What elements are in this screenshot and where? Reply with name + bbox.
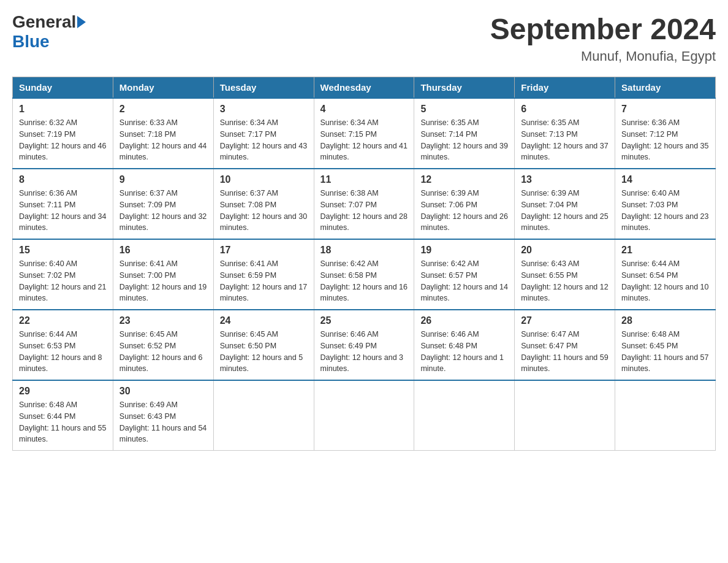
- calendar-day-cell: 8Sunrise: 6:36 AMSunset: 7:11 PMDaylight…: [13, 169, 113, 239]
- calendar-day-cell: 5Sunrise: 6:35 AMSunset: 7:14 PMDaylight…: [414, 98, 515, 169]
- calendar-week-row: 29Sunrise: 6:48 AMSunset: 6:44 PMDayligh…: [13, 380, 716, 451]
- day-number: 30: [119, 386, 207, 397]
- day-number: 14: [621, 174, 709, 185]
- calendar-day-cell: 10Sunrise: 6:37 AMSunset: 7:08 PMDayligh…: [213, 169, 314, 239]
- logo-arrow-icon: [77, 16, 86, 28]
- day-number: 17: [220, 245, 308, 256]
- day-number: 6: [521, 104, 609, 115]
- day-number: 4: [320, 104, 408, 115]
- calendar-subtitle: Munuf, Monufia, Egypt: [490, 48, 716, 64]
- calendar-day-cell: 12Sunrise: 6:39 AMSunset: 7:06 PMDayligh…: [414, 169, 515, 239]
- calendar-day-cell: 24Sunrise: 6:45 AMSunset: 6:50 PMDayligh…: [213, 310, 314, 380]
- day-number: 24: [220, 315, 308, 326]
- day-number: 29: [19, 386, 107, 397]
- weekday-header-row: SundayMondayTuesdayWednesdayThursdayFrid…: [13, 77, 716, 99]
- calendar-week-row: 1Sunrise: 6:32 AMSunset: 7:19 PMDaylight…: [13, 98, 716, 169]
- day-number: 11: [320, 174, 408, 185]
- logo: General Blue: [12, 12, 87, 52]
- day-number: 26: [420, 315, 508, 326]
- day-info: Sunrise: 6:33 AMSunset: 7:18 PMDaylight:…: [119, 117, 207, 163]
- day-number: 25: [320, 315, 408, 326]
- empty-cell: [314, 380, 414, 451]
- calendar-week-row: 8Sunrise: 6:36 AMSunset: 7:11 PMDaylight…: [13, 169, 716, 239]
- day-info: Sunrise: 6:40 AMSunset: 7:03 PMDaylight:…: [621, 188, 709, 234]
- calendar-day-cell: 7Sunrise: 6:36 AMSunset: 7:12 PMDaylight…: [615, 98, 716, 169]
- day-info: Sunrise: 6:39 AMSunset: 7:04 PMDaylight:…: [521, 188, 609, 234]
- day-number: 22: [19, 315, 107, 326]
- calendar-day-cell: 18Sunrise: 6:42 AMSunset: 6:58 PMDayligh…: [314, 239, 414, 310]
- day-info: Sunrise: 6:36 AMSunset: 7:12 PMDaylight:…: [621, 117, 709, 163]
- day-info: Sunrise: 6:35 AMSunset: 7:13 PMDaylight:…: [521, 117, 609, 163]
- calendar-day-cell: 22Sunrise: 6:44 AMSunset: 6:53 PMDayligh…: [13, 310, 113, 380]
- calendar-day-cell: 21Sunrise: 6:44 AMSunset: 6:54 PMDayligh…: [615, 239, 716, 310]
- day-number: 27: [521, 315, 609, 326]
- day-number: 28: [621, 315, 709, 326]
- calendar-day-cell: 26Sunrise: 6:46 AMSunset: 6:48 PMDayligh…: [414, 310, 515, 380]
- day-info: Sunrise: 6:43 AMSunset: 6:55 PMDaylight:…: [521, 258, 609, 304]
- day-number: 2: [119, 104, 207, 115]
- calendar-day-cell: 30Sunrise: 6:49 AMSunset: 6:43 PMDayligh…: [113, 380, 213, 451]
- day-number: 3: [220, 104, 308, 115]
- day-number: 15: [19, 245, 107, 256]
- weekday-header-sunday: Sunday: [13, 77, 113, 99]
- calendar-day-cell: 14Sunrise: 6:40 AMSunset: 7:03 PMDayligh…: [615, 169, 716, 239]
- calendar-title: September 2024: [490, 12, 716, 46]
- day-info: Sunrise: 6:42 AMSunset: 6:57 PMDaylight:…: [420, 258, 508, 304]
- day-number: 12: [420, 174, 508, 185]
- day-info: Sunrise: 6:41 AMSunset: 7:00 PMDaylight:…: [119, 258, 207, 304]
- weekday-header-saturday: Saturday: [615, 77, 716, 99]
- day-number: 7: [621, 104, 709, 115]
- day-number: 20: [521, 245, 609, 256]
- calendar-week-row: 22Sunrise: 6:44 AMSunset: 6:53 PMDayligh…: [13, 310, 716, 380]
- day-number: 1: [19, 104, 107, 115]
- day-info: Sunrise: 6:37 AMSunset: 7:08 PMDaylight:…: [220, 188, 308, 234]
- day-number: 16: [119, 245, 207, 256]
- logo-blue-text: Blue: [12, 32, 50, 52]
- day-number: 18: [320, 245, 408, 256]
- weekday-header-tuesday: Tuesday: [213, 77, 314, 99]
- day-info: Sunrise: 6:47 AMSunset: 6:47 PMDaylight:…: [521, 329, 609, 375]
- day-info: Sunrise: 6:49 AMSunset: 6:43 PMDaylight:…: [119, 399, 207, 445]
- weekday-header-monday: Monday: [113, 77, 213, 99]
- day-info: Sunrise: 6:38 AMSunset: 7:07 PMDaylight:…: [320, 188, 408, 234]
- calendar-day-cell: 9Sunrise: 6:37 AMSunset: 7:09 PMDaylight…: [113, 169, 213, 239]
- calendar-day-cell: 6Sunrise: 6:35 AMSunset: 7:13 PMDaylight…: [515, 98, 615, 169]
- day-info: Sunrise: 6:32 AMSunset: 7:19 PMDaylight:…: [19, 117, 107, 163]
- calendar-day-cell: 17Sunrise: 6:41 AMSunset: 6:59 PMDayligh…: [213, 239, 314, 310]
- day-info: Sunrise: 6:35 AMSunset: 7:14 PMDaylight:…: [420, 117, 508, 163]
- calendar-table: SundayMondayTuesdayWednesdayThursdayFrid…: [12, 77, 716, 451]
- empty-cell: [414, 380, 515, 451]
- logo-general-text: General: [12, 12, 76, 32]
- weekday-header-friday: Friday: [515, 77, 615, 99]
- calendar-day-cell: 20Sunrise: 6:43 AMSunset: 6:55 PMDayligh…: [515, 239, 615, 310]
- day-number: 13: [521, 174, 609, 185]
- calendar-day-cell: 4Sunrise: 6:34 AMSunset: 7:15 PMDaylight…: [314, 98, 414, 169]
- empty-cell: [615, 380, 716, 451]
- weekday-header-thursday: Thursday: [414, 77, 515, 99]
- day-info: Sunrise: 6:34 AMSunset: 7:17 PMDaylight:…: [220, 117, 308, 163]
- calendar-day-cell: 19Sunrise: 6:42 AMSunset: 6:57 PMDayligh…: [414, 239, 515, 310]
- day-info: Sunrise: 6:37 AMSunset: 7:09 PMDaylight:…: [119, 188, 207, 234]
- day-info: Sunrise: 6:48 AMSunset: 6:44 PMDaylight:…: [19, 399, 107, 445]
- day-info: Sunrise: 6:45 AMSunset: 6:52 PMDaylight:…: [119, 329, 207, 375]
- weekday-header-wednesday: Wednesday: [314, 77, 414, 99]
- day-info: Sunrise: 6:41 AMSunset: 6:59 PMDaylight:…: [220, 258, 308, 304]
- calendar-day-cell: 1Sunrise: 6:32 AMSunset: 7:19 PMDaylight…: [13, 98, 113, 169]
- calendar-day-cell: 23Sunrise: 6:45 AMSunset: 6:52 PMDayligh…: [113, 310, 213, 380]
- calendar-day-cell: 11Sunrise: 6:38 AMSunset: 7:07 PMDayligh…: [314, 169, 414, 239]
- day-info: Sunrise: 6:36 AMSunset: 7:11 PMDaylight:…: [19, 188, 107, 234]
- calendar-day-cell: 16Sunrise: 6:41 AMSunset: 7:00 PMDayligh…: [113, 239, 213, 310]
- day-info: Sunrise: 6:46 AMSunset: 6:49 PMDaylight:…: [320, 329, 408, 375]
- day-number: 5: [420, 104, 508, 115]
- day-number: 9: [119, 174, 207, 185]
- day-info: Sunrise: 6:48 AMSunset: 6:45 PMDaylight:…: [621, 329, 709, 375]
- day-number: 21: [621, 245, 709, 256]
- day-number: 10: [220, 174, 308, 185]
- day-info: Sunrise: 6:40 AMSunset: 7:02 PMDaylight:…: [19, 258, 107, 304]
- day-info: Sunrise: 6:42 AMSunset: 6:58 PMDaylight:…: [320, 258, 408, 304]
- day-info: Sunrise: 6:46 AMSunset: 6:48 PMDaylight:…: [420, 329, 508, 375]
- calendar-day-cell: 28Sunrise: 6:48 AMSunset: 6:45 PMDayligh…: [615, 310, 716, 380]
- calendar-week-row: 15Sunrise: 6:40 AMSunset: 7:02 PMDayligh…: [13, 239, 716, 310]
- calendar-day-cell: 3Sunrise: 6:34 AMSunset: 7:17 PMDaylight…: [213, 98, 314, 169]
- day-info: Sunrise: 6:39 AMSunset: 7:06 PMDaylight:…: [420, 188, 508, 234]
